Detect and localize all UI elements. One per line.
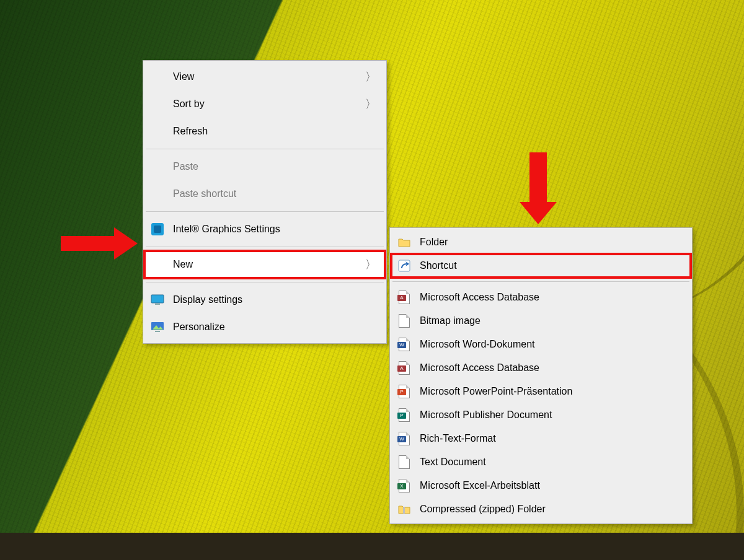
menu-item-label: Microsoft Publisher Document	[420, 409, 552, 421]
submenu-item-access-db-2[interactable]: A Microsoft Access Database	[391, 356, 691, 380]
menu-separator	[146, 282, 384, 282]
submenu-item-excel[interactable]: X Microsoft Excel-Arbeitsblatt	[391, 474, 691, 497]
publisher-file-icon: P	[399, 408, 410, 422]
menu-item-label: Compressed (zipped) Folder	[420, 504, 546, 515]
desktop-context-menu: View 〉 Sort by 〉 Refresh Paste Paste sho…	[143, 60, 387, 344]
menu-item-new[interactable]: New 〉	[144, 251, 385, 278]
menu-item-view[interactable]: View 〉	[144, 63, 385, 90]
new-submenu: Folder Shortcut A Microsoft Access Datab…	[389, 227, 693, 524]
svg-rect-8	[403, 507, 405, 514]
menu-item-label: Microsoft PowerPoint-Präsentation	[420, 386, 572, 397]
submenu-item-publisher[interactable]: P Microsoft Publisher Document	[391, 403, 691, 427]
menu-item-label: Refresh	[173, 126, 208, 137]
menu-item-paste: Paste	[144, 153, 385, 180]
monitor-icon	[151, 293, 164, 307]
personalize-icon	[151, 320, 164, 334]
excel-file-icon: X	[399, 479, 410, 492]
menu-item-paste-shortcut: Paste shortcut	[144, 180, 385, 208]
access-file-icon: A	[399, 291, 410, 304]
menu-item-label: Rich-Text-Format	[420, 433, 496, 444]
submenu-item-shortcut[interactable]: Shortcut	[391, 254, 691, 278]
menu-item-label: Text Document	[420, 457, 486, 468]
powerpoint-file-icon: P	[399, 385, 410, 398]
menu-item-label: Personalize	[173, 322, 225, 333]
menu-item-label: Microsoft Excel-Arbeitsblatt	[420, 480, 540, 491]
menu-item-label: View	[173, 71, 194, 82]
zip-folder-icon	[397, 502, 411, 516]
menu-item-personalize[interactable]: Personalize	[144, 313, 385, 341]
menu-item-label: Microsoft Access Database	[420, 292, 539, 303]
word-file-icon: W	[399, 338, 410, 351]
menu-item-label: Intel® Graphics Settings	[173, 224, 280, 235]
bitmap-file-icon	[399, 314, 410, 328]
menu-item-intel-graphics[interactable]: Intel® Graphics Settings	[144, 216, 385, 243]
menu-item-sort-by[interactable]: Sort by 〉	[144, 90, 385, 118]
menu-separator	[146, 149, 384, 149]
menu-item-label: Display settings	[173, 294, 242, 305]
svg-rect-1	[154, 225, 161, 233]
folder-icon	[397, 235, 411, 249]
text-file-icon	[399, 455, 410, 469]
menu-item-label: Sort by	[173, 98, 205, 110]
menu-item-label: Microsoft Word-Dokument	[420, 339, 535, 350]
menu-item-label: Folder	[420, 237, 448, 248]
menu-item-label: Shortcut	[420, 260, 457, 271]
submenu-item-powerpoint[interactable]: P Microsoft PowerPoint-Präsentation	[391, 380, 691, 403]
menu-item-refresh[interactable]: Refresh	[144, 118, 385, 145]
svg-rect-3	[155, 304, 160, 305]
menu-separator	[392, 281, 689, 282]
submenu-item-word[interactable]: W Microsoft Word-Dokument	[391, 333, 691, 356]
annotation-arrow-right	[61, 227, 141, 260]
menu-item-display-settings[interactable]: Display settings	[144, 286, 385, 313]
menu-item-label: Paste	[173, 161, 198, 172]
chevron-right-icon: 〉	[365, 69, 376, 84]
svg-rect-6	[155, 331, 160, 332]
shortcut-icon	[397, 259, 411, 273]
chevron-right-icon: 〉	[365, 257, 376, 272]
svg-rect-7	[399, 260, 410, 271]
taskbar[interactable]	[0, 533, 744, 560]
svg-rect-2	[151, 295, 164, 303]
rtf-file-icon: W	[399, 432, 410, 445]
menu-item-label: Microsoft Access Database	[420, 362, 539, 374]
submenu-item-text[interactable]: Text Document	[391, 450, 691, 474]
intel-graphics-icon	[151, 222, 164, 236]
menu-separator	[146, 211, 384, 212]
menu-item-label: Bitmap image	[420, 315, 480, 326]
submenu-item-bitmap[interactable]: Bitmap image	[391, 309, 691, 333]
menu-separator	[146, 247, 384, 247]
submenu-item-folder[interactable]: Folder	[391, 230, 691, 254]
menu-item-label: Paste shortcut	[173, 188, 236, 199]
submenu-item-zip[interactable]: Compressed (zipped) Folder	[391, 497, 691, 521]
annotation-arrow-down	[520, 152, 557, 227]
menu-item-label: New	[173, 259, 193, 270]
chevron-right-icon: 〉	[365, 97, 376, 112]
submenu-item-rtf[interactable]: W Rich-Text-Format	[391, 427, 691, 450]
access-file-icon: A	[399, 361, 410, 375]
submenu-item-access-db[interactable]: A Microsoft Access Database	[391, 286, 691, 309]
